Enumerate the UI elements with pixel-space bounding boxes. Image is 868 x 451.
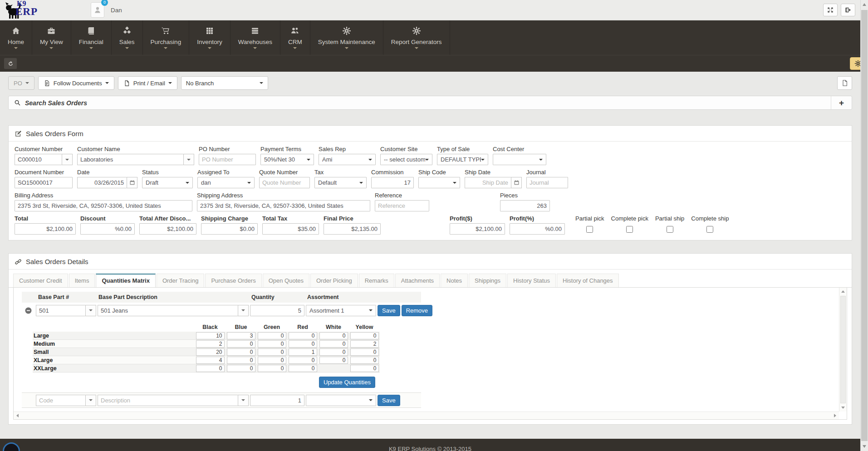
assigned-to-select[interactable]: dan xyxy=(197,177,255,188)
tax-select[interactable]: Default xyxy=(314,177,367,188)
panel-horizontal-scrollbar[interactable] xyxy=(14,412,839,419)
chevron-down-icon[interactable] xyxy=(238,305,249,316)
partial-pick-checkbox[interactable] xyxy=(586,226,593,233)
document-number-input[interactable] xyxy=(15,177,73,188)
tab-quantities-matrix[interactable]: Quantities Matrix xyxy=(96,274,155,288)
total-input[interactable] xyxy=(15,223,76,235)
scroll-down-icon[interactable] xyxy=(841,407,845,409)
complete-ship-checkbox[interactable] xyxy=(706,226,713,233)
qty-large-green[interactable] xyxy=(258,332,286,339)
qty-xxlarge-blue[interactable] xyxy=(227,365,255,372)
assortment-select[interactable]: Assortment 1 xyxy=(306,305,376,316)
qty-small-black[interactable] xyxy=(196,348,225,356)
qty-small-white[interactable] xyxy=(319,348,348,356)
add-sales-order-button[interactable]: + xyxy=(831,96,852,109)
po-dropdown-button[interactable]: PO xyxy=(8,76,34,90)
scroll-up-icon[interactable] xyxy=(863,3,866,6)
tab-order-picking[interactable]: Order Picking xyxy=(310,274,358,288)
qty-small-yellow[interactable] xyxy=(350,348,379,356)
cost-center-select[interactable] xyxy=(493,154,546,165)
follow-documents-button[interactable]: Follow Documents xyxy=(38,76,114,90)
qty-large-yellow[interactable] xyxy=(350,332,379,339)
ship-code-select[interactable] xyxy=(418,177,460,188)
search-input[interactable] xyxy=(25,96,852,109)
save-new-entry-button[interactable]: Save xyxy=(378,395,400,406)
remove-entry-button[interactable]: Remove xyxy=(402,305,432,316)
qty-large-white[interactable] xyxy=(319,332,348,339)
discount-input[interactable] xyxy=(80,223,135,235)
chevron-down-icon[interactable] xyxy=(183,154,194,165)
customer-site-select[interactable]: -- select custom xyxy=(380,154,432,165)
scrollbar-thumb[interactable] xyxy=(861,10,868,441)
qty-small-blue[interactable] xyxy=(227,348,255,356)
user-name[interactable]: Dan xyxy=(111,7,122,14)
browser-scrollbar[interactable] xyxy=(860,0,868,451)
scroll-up-icon[interactable] xyxy=(841,290,845,293)
print-email-button[interactable]: Print / Email xyxy=(118,76,177,90)
customer-name-input[interactable] xyxy=(77,154,183,165)
qty-xlarge-black[interactable] xyxy=(196,357,225,364)
total-after-discount-input[interactable] xyxy=(139,223,196,235)
nav-system-maintenance[interactable]: System Maintenance xyxy=(310,20,383,55)
qty-xxlarge-green[interactable] xyxy=(258,365,286,372)
reference-input[interactable] xyxy=(375,200,429,211)
tab-items[interactable]: Items xyxy=(69,274,95,288)
qty-small-red[interactable] xyxy=(289,348,317,356)
tab-attachments[interactable]: Attachments xyxy=(395,274,440,288)
qty-xlarge-yellow[interactable] xyxy=(350,357,379,364)
tab-notes[interactable]: Notes xyxy=(441,274,468,288)
customer-number-input[interactable] xyxy=(15,154,62,165)
refresh-button[interactable] xyxy=(4,58,17,69)
sales-rep-select[interactable]: Ami xyxy=(319,154,376,165)
new-document-button[interactable] xyxy=(837,76,852,90)
new-quantity-input[interactable] xyxy=(250,395,304,406)
total-tax-input[interactable] xyxy=(262,223,319,235)
tab-shippings[interactable]: Shippings xyxy=(469,274,506,288)
status-select[interactable]: Draft xyxy=(142,177,193,188)
shipping-address-input[interactable] xyxy=(197,200,370,211)
qty-medium-black[interactable] xyxy=(196,340,225,348)
logout-button[interactable] xyxy=(841,4,855,16)
qty-large-black[interactable] xyxy=(196,332,225,339)
final-price-input[interactable] xyxy=(324,223,381,235)
qty-xxlarge-yellow[interactable] xyxy=(350,365,379,372)
new-assortment-select[interactable] xyxy=(306,395,376,406)
partial-ship-checkbox[interactable] xyxy=(667,226,673,233)
qty-xxlarge-red[interactable] xyxy=(289,365,317,372)
qty-large-red[interactable] xyxy=(289,332,317,339)
qty-xlarge-green[interactable] xyxy=(258,357,286,364)
complete-pick-checkbox[interactable] xyxy=(626,226,633,233)
qty-medium-green[interactable] xyxy=(258,340,286,348)
tab-order-tracing[interactable]: Order Tracing xyxy=(157,274,204,288)
scrollbar-thumb[interactable] xyxy=(840,296,846,403)
shipping-charge-input[interactable] xyxy=(201,223,258,235)
qty-medium-white[interactable] xyxy=(319,340,348,348)
nav-sales[interactable]: Sales xyxy=(112,20,143,55)
nav-warehouses[interactable]: Warehouses xyxy=(230,20,280,55)
calendar-icon[interactable] xyxy=(127,177,137,188)
scroll-right-icon[interactable] xyxy=(834,414,836,417)
qty-small-green[interactable] xyxy=(258,348,286,356)
remove-row-icon[interactable] xyxy=(22,307,34,314)
ship-date-input[interactable] xyxy=(465,177,511,188)
base-part-description-input[interactable] xyxy=(98,305,238,316)
tab-open-quotes[interactable]: Open Quotes xyxy=(263,274,309,288)
new-description-input[interactable] xyxy=(98,395,238,406)
nav-crm[interactable]: CRM xyxy=(280,20,310,55)
nav-financial[interactable]: Financial xyxy=(71,20,112,55)
billing-address-input[interactable] xyxy=(15,200,192,211)
tab-history-status[interactable]: History Status xyxy=(507,274,556,288)
new-code-input[interactable] xyxy=(36,395,85,406)
qty-xlarge-red[interactable] xyxy=(289,357,317,364)
quote-number-input[interactable] xyxy=(259,177,310,188)
tab-history-of-changes[interactable]: History of Changes xyxy=(557,274,619,288)
chevron-down-icon[interactable] xyxy=(85,305,96,316)
tab-purchase-orders[interactable]: Purchase Orders xyxy=(205,274,261,288)
user-avatar[interactable]: 0 xyxy=(91,2,104,18)
nav-inventory[interactable]: Inventory xyxy=(189,20,230,55)
pieces-input[interactable] xyxy=(500,200,550,211)
base-part-input[interactable] xyxy=(36,305,85,316)
nav-my-view[interactable]: My View xyxy=(32,20,71,55)
scroll-down-icon[interactable] xyxy=(863,445,866,448)
chevron-down-icon[interactable] xyxy=(238,395,249,406)
